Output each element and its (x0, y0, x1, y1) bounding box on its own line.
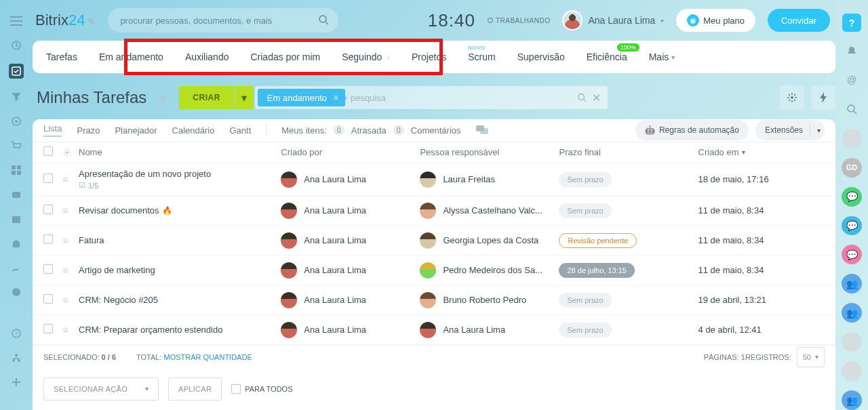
create-dropdown[interactable]: ▾ (235, 86, 254, 109)
menu-icon[interactable] (10, 15, 22, 27)
row-checkbox[interactable] (43, 294, 53, 304)
filter-search-icon[interactable] (577, 93, 587, 102)
tab-supervisao[interactable]: Supervisão (517, 52, 565, 62)
table-row[interactable]: ≡CRM: Negócio #205Ana Laura LimaBruno Ro… (33, 285, 835, 315)
due-pill[interactable]: Sem prazo (559, 293, 611, 308)
contact-group-3[interactable]: 👥 (842, 390, 862, 410)
select-all-checkbox[interactable] (43, 146, 53, 156)
responsible[interactable]: Laura Freitas (420, 171, 559, 188)
page-size-select[interactable]: 50▾ (797, 347, 825, 367)
col-prazo[interactable]: Prazo final (559, 147, 698, 157)
table-row[interactable]: ≡Apresentação de um novo projeto☑1/5Ana … (33, 163, 835, 196)
apply-button[interactable]: APLICAR (168, 377, 222, 401)
task-name[interactable]: Revisar documentos🔥 (79, 205, 281, 216)
responsible[interactable]: Georgia Lopes da Costa (420, 232, 559, 249)
contact-avatar-1[interactable] (842, 129, 862, 148)
help-icon[interactable]: ? (10, 327, 22, 340)
contact-group-2[interactable]: 👥 (842, 303, 862, 323)
col-nome[interactable]: Nome (79, 147, 281, 157)
task-name[interactable]: CRM: Negócio #205 (79, 295, 281, 305)
drag-icon[interactable]: ≡ (62, 205, 68, 216)
check-circle-icon[interactable] (10, 286, 22, 298)
drag-icon[interactable]: ≡ (62, 265, 68, 276)
create-main[interactable]: CRIAR (179, 86, 234, 109)
tab-criadas[interactable]: Criadas por mim (250, 52, 320, 62)
help-button[interactable]: ? (842, 14, 861, 32)
due-pill[interactable]: Sem prazo (559, 203, 611, 218)
tasks-icon[interactable] (9, 64, 24, 79)
col-responsavel[interactable]: Pessoa responsável (420, 147, 559, 157)
tab-mais[interactable]: Mais▾ (649, 52, 675, 62)
view-calendario[interactable]: Calendário (172, 125, 215, 136)
creator[interactable]: Ana Laura Lima (281, 171, 420, 188)
filter-icon[interactable] (10, 91, 22, 103)
edit-icon[interactable]: ✎ (87, 16, 96, 27)
box-icon[interactable] (10, 213, 22, 225)
col-criado-por[interactable]: Criado por (281, 147, 420, 157)
row-checkbox[interactable] (43, 173, 53, 183)
user-menu[interactable]: Ana Laura Lima ▾ (562, 10, 664, 30)
responsible[interactable]: Pedro Medeiros dos Sa... (420, 262, 559, 279)
creator[interactable]: Ana Laura Lima (281, 203, 420, 219)
tab-scrum[interactable]: NOVOScrum (468, 52, 495, 62)
table-row[interactable]: ≡Revisar documentos🔥Ana Laura LimaAlyssa… (33, 196, 835, 226)
footer-total-link[interactable]: MOSTRAR QUANTIDADE (164, 353, 252, 361)
plus-icon[interactable] (10, 376, 22, 388)
row-checkbox[interactable] (43, 264, 53, 274)
table-row[interactable]: ≡CRM: Preparar orçamento estendidoAna La… (33, 315, 835, 345)
bell-icon[interactable] (842, 41, 862, 61)
chat-icon[interactable] (476, 125, 488, 135)
creator[interactable]: Ana Laura Lima (281, 232, 420, 249)
tab-andamento[interactable]: Em andamento (99, 52, 163, 62)
link-atrasada[interactable]: Atrasada (351, 125, 387, 136)
link-comentarios[interactable]: Comentários (411, 125, 461, 136)
select-action-dropdown[interactable]: SELECIONAR AÇÃO▾ (43, 377, 159, 401)
row-checkbox[interactable] (43, 205, 53, 214)
for-all-checkbox[interactable]: PARA TODOS (231, 384, 292, 394)
table-row[interactable]: ≡Artigo de marketingAna Laura LimaPedro … (33, 255, 835, 285)
filter-clear-icon[interactable]: ✕ (592, 91, 601, 104)
due-pill[interactable]: Sem prazo (559, 172, 611, 187)
task-name[interactable]: CRM: Preparar orçamento estendido (79, 325, 281, 335)
tab-auxiliando[interactable]: Auxiliando (185, 52, 229, 62)
task-name[interactable]: Apresentação de um novo projeto (79, 169, 281, 179)
tab-eficiencia[interactable]: Eficiência100% (587, 52, 627, 62)
due-pill[interactable]: 28 de julho, 13:15 (559, 263, 634, 278)
filter-remove-icon[interactable]: ✕ (332, 93, 340, 103)
due-pill[interactable]: Revisão pendente (559, 233, 637, 248)
automation-button[interactable]: 🤖Regras de automação (635, 120, 749, 140)
grid-icon[interactable] (10, 164, 22, 176)
task-name[interactable]: Fatura (79, 235, 281, 245)
search-input[interactable] (108, 8, 338, 33)
responsible[interactable]: Alyssa Castelhano Valc... (420, 203, 559, 219)
tab-projetos[interactable]: Projetos (412, 52, 446, 62)
bolt-button[interactable] (811, 85, 835, 110)
task-name[interactable]: Artigo de marketing (79, 265, 281, 275)
responsible[interactable]: Bruno Roberto Pedro (420, 292, 559, 308)
contact-group-1[interactable]: 👥 (842, 274, 862, 293)
extensions-button[interactable]: Extensões▾ (755, 120, 825, 140)
target-icon[interactable] (10, 115, 22, 127)
search-icon[interactable] (318, 14, 329, 25)
sign-icon[interactable] (10, 262, 22, 274)
row-checkbox[interactable] (43, 324, 53, 333)
work-status[interactable]: TRABALHANDO (488, 17, 551, 24)
building-icon[interactable] (10, 237, 22, 249)
gear-icon[interactable] (62, 148, 79, 157)
view-planejador[interactable]: Planejador (115, 125, 157, 136)
clock-icon[interactable] (10, 39, 22, 52)
table-row[interactable]: ≡FaturaAna Laura LimaGeorgia Lopes da Co… (33, 226, 835, 255)
drag-icon[interactable]: ≡ (62, 295, 68, 306)
robot-icon[interactable] (10, 188, 22, 201)
contact-chat-1[interactable]: 💬 (842, 187, 862, 207)
cart-icon[interactable] (10, 140, 22, 152)
settings-button[interactable] (780, 85, 804, 110)
row-checkbox[interactable] (43, 234, 53, 244)
drag-icon[interactable]: ≡ (62, 325, 68, 335)
tab-seguindo[interactable]: Seguindo ‹ (342, 52, 390, 62)
logo[interactable]: Bitrix24✎ (35, 12, 96, 29)
contact-avatar-2[interactable]: GD (842, 158, 862, 178)
plan-button[interactable]: ◉Meu plano (676, 9, 755, 32)
sitemap-icon[interactable] (10, 352, 22, 364)
filter-chip[interactable]: Em andamento✕ (258, 89, 345, 106)
